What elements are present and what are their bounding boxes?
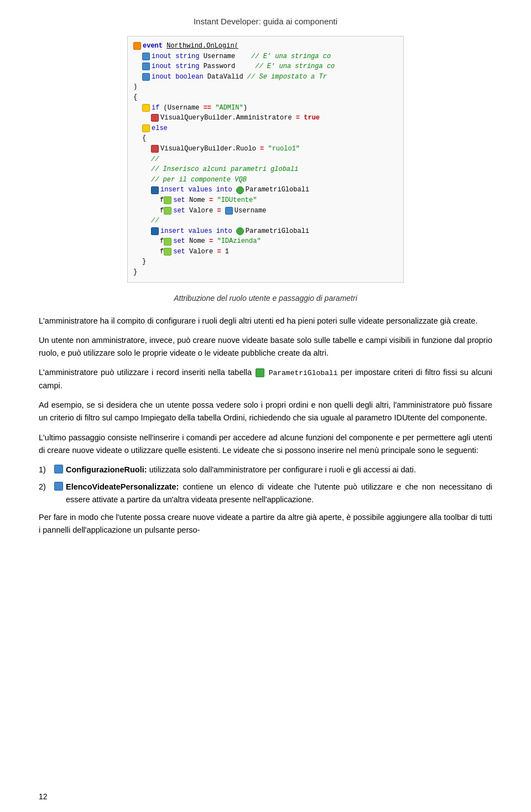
code-line-field1-val: f set Valore = Username [133, 206, 398, 216]
code-line-comment-g2: // per il componente VQB [133, 175, 398, 185]
code-line-close-brace-main: } [133, 267, 398, 278]
db-icon-2 [236, 227, 244, 235]
code-line-vqb-ruolo: VisualQueryBuilder.Ruolo = "ruolo1" [133, 144, 398, 154]
list-icon-1 [54, 465, 63, 473]
code-line-insert1: insert values into ParametriGlobali [133, 185, 398, 195]
code-line-field2-nome: f set Nome = "IDAzienda" [133, 236, 398, 247]
else-icon [142, 124, 150, 132]
code-image-container: event Northwind.OnLogin( inout string Us… [39, 36, 492, 283]
paragraph-6: Per fare in modo che l'utente possa crea… [39, 511, 492, 537]
param-icon-2 [142, 63, 150, 70]
paragraph-2: Un utente non amministratore, invece, pu… [39, 334, 492, 360]
code-line-vqb-admin: VisualQueryBuilder.Amministratore = true [133, 113, 398, 123]
body-text: L'amministratore ha il compito di config… [39, 315, 492, 537]
paragraph-4: Ad esempio, se si desidera che un utente… [39, 399, 492, 424]
param-icon-1 [142, 53, 150, 60]
parametri-globali-icon [256, 368, 264, 377]
list-item-1: 1) ConfigurazioneRuoli: utilizzata solo … [39, 464, 492, 476]
list-item-2: 2) ElencoVideatePersonalizzate: contiene… [39, 481, 492, 506]
code-line-if: if (Username == "ADMIN") [133, 103, 398, 113]
list-icon-2 [54, 482, 63, 491]
code-line-field2-val: f set Valore = 1 [133, 247, 398, 257]
code-caption: Attribuzione del ruolo utente e passaggi… [39, 294, 492, 303]
paragraph-3: L'amministratore può utilizzare i record… [39, 366, 492, 392]
code-line-open-brace2: { [133, 133, 398, 144]
code-line-param3: inout boolean DataValid // Se impostato … [133, 72, 398, 82]
list-label-2: ElencoVideatePersonalizzate: [66, 482, 179, 491]
param-icon-val [225, 207, 233, 215]
code-line-close-brace2: } [133, 257, 398, 267]
page-container: Instant Developer: guida ai componenti e… [0, 0, 531, 812]
code-line-else: else [133, 123, 398, 134]
list-num-2: 2) [39, 481, 54, 493]
page-number: 12 [39, 792, 48, 801]
field-icon-2 [164, 207, 171, 215]
paragraph-1: L'amministratore ha il compito di config… [39, 315, 492, 327]
code-block: event Northwind.OnLogin( inout string Us… [127, 36, 404, 283]
code-line-comment-g1: // Inserisco alcuni parametri globali [133, 164, 398, 175]
code-line-param2: inout string Password // E' una stringa … [133, 61, 398, 72]
code-line-open-brace: { [133, 92, 398, 103]
field-icon-4 [164, 248, 171, 256]
code-line-close-paren: ) [133, 82, 398, 92]
event-icon [133, 42, 141, 50]
insert-icon-2 [151, 227, 159, 235]
code-line-event: event Northwind.OnLogin( [133, 41, 398, 51]
vis-icon-1 [151, 114, 159, 122]
if-icon [142, 104, 150, 112]
list-label-1: ConfigurazioneRuoli: [66, 465, 147, 474]
list-num-1: 1) [39, 464, 54, 476]
vis-icon-2 [151, 145, 159, 153]
paragraph-3-start: L'amministratore può utilizzare i record… [39, 368, 254, 377]
db-icon-1 [236, 186, 244, 194]
paragraph-5: L'ultimo passaggio consiste nell'inserir… [39, 431, 492, 457]
code-line-comment-blank2: // [133, 216, 398, 226]
code-line-comment-blank: // [133, 154, 398, 165]
page-title: Instant Developer: guida ai componenti [39, 17, 492, 26]
parametri-globali-text: ParametriGlobali [269, 369, 338, 377]
field-icon-1 [164, 196, 171, 204]
code-line-field1-nome: f set Nome = "IDUtente" [133, 195, 398, 206]
field-icon-3 [164, 238, 171, 246]
param-icon-3 [142, 73, 150, 81]
code-line-insert2: insert values into ParametriGlobali [133, 226, 398, 237]
insert-icon-1 [151, 186, 159, 194]
code-line-param1: inout string Username // E' una stringa … [133, 51, 398, 62]
